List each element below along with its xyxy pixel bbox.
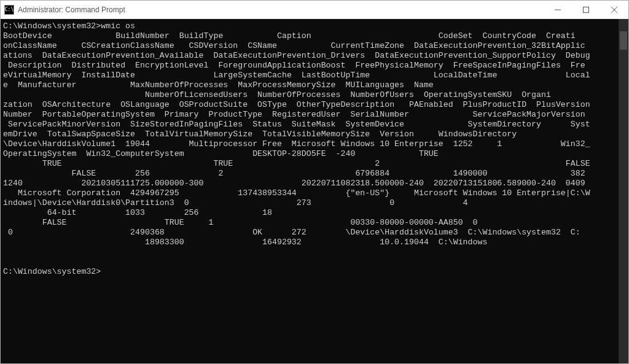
output-headers: eVirtualMemory InstallDate LargeSystemCa… bbox=[3, 71, 590, 80]
vertical-scrollbar[interactable] bbox=[619, 19, 628, 363]
window-controls bbox=[544, 1, 628, 19]
prompt-path: C:\Windows\system32> bbox=[3, 21, 101, 31]
command-prompt-window: C:\ Administrator: Command Prompt C:\Win… bbox=[0, 0, 629, 364]
output-headers: e Manufacturer MaxNumberOfProcesses MaxP… bbox=[3, 80, 434, 90]
output-headers: emDrive TotalSwapSpaceSize TotalVirtualM… bbox=[3, 130, 517, 139]
output-data: 0 2490368 OK 272 \Device\HarddiskVolume3… bbox=[3, 228, 580, 237]
output-headers: onClassName CSCreationClassName CSDVersi… bbox=[3, 41, 585, 50]
output-data: Microsoft Corporation 4294967295 1374389… bbox=[3, 188, 590, 198]
output-headers: Description Distributed EncryptionLevel … bbox=[3, 61, 585, 70]
maximize-button[interactable] bbox=[572, 1, 600, 19]
output-data: 1240 20210305111725.000000-300 202207110… bbox=[3, 179, 590, 188]
titlebar: C:\ Administrator: Command Prompt bbox=[1, 1, 628, 19]
output-data: FALSE TRUE 1 00330-80000-00000-AA850 0 bbox=[3, 218, 478, 227]
output-data: 18983300 16492932 10.0.19044 C:\Windows bbox=[3, 238, 487, 247]
svg-rect-1 bbox=[584, 7, 589, 12]
prompt-line: C:\Windows\system32>wmic os bbox=[3, 21, 135, 31]
output-data: indows|\Device\Harddisk0\Partition3 0 27… bbox=[3, 198, 468, 207]
output-headers: ServicePackMinorVersion SizeStoredInPagi… bbox=[3, 120, 590, 129]
output-data: FALSE 256 2 6796884 1490000 382 bbox=[3, 169, 585, 178]
output-data: 64-bit 1033 256 18 bbox=[3, 208, 272, 217]
app-icon: C:\ bbox=[4, 5, 14, 15]
command-text: wmic os bbox=[101, 21, 135, 31]
output-headers: Number PortableOperatingSystem Primary P… bbox=[3, 110, 590, 119]
console-output[interactable]: C:\Windows\system32>wmic os BootDevice B… bbox=[1, 19, 619, 363]
output-headers: NumberOfLicensedUsers NumberOfProcesses … bbox=[3, 90, 551, 99]
output-headers: ations DataExecutionPrevention_Available… bbox=[3, 51, 590, 60]
prompt-line: C:\Windows\system32> bbox=[3, 267, 101, 276]
output-headers: BootDevice BuildNumber BuildType Caption… bbox=[3, 31, 576, 41]
output-data: \Device\HarddiskVolume1 19044 Multiproce… bbox=[3, 139, 590, 149]
window-title: Administrator: Command Prompt bbox=[18, 6, 544, 14]
console-area: C:\Windows\system32>wmic os BootDevice B… bbox=[1, 19, 628, 363]
output-data: OperatingSystem Win32_ComputerSystem DES… bbox=[3, 149, 439, 158]
output-headers: zation OSArchitecture OSLanguage OSProdu… bbox=[3, 100, 590, 109]
scrollbar-thumb[interactable] bbox=[620, 31, 627, 50]
minimize-button[interactable] bbox=[544, 1, 572, 19]
close-button[interactable] bbox=[600, 1, 628, 19]
output-data: TRUE TRUE 2 FALSE bbox=[3, 159, 590, 168]
